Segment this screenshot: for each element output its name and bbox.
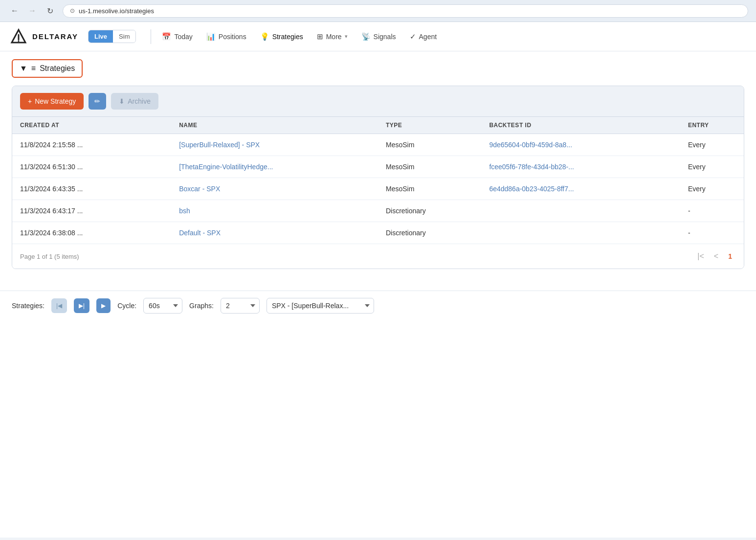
refresh-button[interactable]: ↻ — [43, 4, 57, 18]
cell-entry: - — [680, 222, 744, 244]
cell-type: MesoSim — [378, 178, 481, 200]
cycle-select[interactable]: 60s 30s 10s 5s — [143, 298, 182, 314]
signals-icon: 📡 — [361, 32, 371, 41]
top-nav: DELTARAY Live Sim 📅 Today 📊 Positions 💡 … — [0, 22, 756, 51]
col-header-type: TYPE — [378, 117, 481, 134]
cell-type: Discretionary — [378, 222, 481, 244]
today-label: Today — [174, 33, 192, 41]
cell-name[interactable]: bsh — [171, 200, 378, 222]
pagination: Page 1 of 1 (5 items) |< < 1 — [12, 244, 744, 269]
address-bar[interactable]: ⊙ us-1.mesolive.io/strategies — [63, 4, 748, 18]
agent-icon: ✓ — [410, 32, 416, 41]
cell-type: Discretionary — [378, 200, 481, 222]
cell-name[interactable]: [SuperBull-Relaxed] - SPX — [171, 134, 378, 156]
first-page-icon: |◀ — [56, 302, 62, 309]
table-container: + New Strategy ✏ ⬇ Archive CREATED AT NA… — [12, 86, 744, 269]
cell-backtest-id[interactable]: 6e4dd86a-0b23-4025-8ff7... — [481, 178, 680, 200]
cell-name[interactable]: Default - SPX — [171, 222, 378, 244]
strategies-nav-label: Strategies — [272, 33, 303, 41]
calendar-icon: 📅 — [162, 32, 171, 41]
sim-button[interactable]: Sim — [113, 30, 135, 43]
cell-created-at: 11/8/2024 2:15:58 ... — [12, 134, 171, 156]
nav-item-more[interactable]: ⊞ More ▾ — [311, 29, 354, 44]
table-row[interactable]: 11/3/2024 6:43:17 ... bsh Discretionary … — [12, 200, 744, 222]
live-button[interactable]: Live — [89, 30, 113, 43]
strategy-name-link[interactable]: [SuperBull-Relaxed] - SPX — [179, 141, 260, 149]
forward-button[interactable]: → — [25, 4, 39, 18]
table-row[interactable]: 11/3/2024 6:51:30 ... [ThetaEngine-Volat… — [12, 156, 744, 178]
nav-item-signals[interactable]: 📡 Signals — [356, 29, 402, 44]
cell-created-at: 11/3/2024 6:43:17 ... — [12, 200, 171, 222]
col-header-backtest-id: BACKTEST ID — [481, 117, 680, 134]
strategies-icon: 💡 — [260, 32, 269, 41]
strategy-name-link[interactable]: Boxcar - SPX — [179, 185, 220, 193]
toolbar: + New Strategy ✏ ⬇ Archive — [12, 86, 744, 117]
strategies-table: CREATED AT NAME TYPE BACKTEST ID ENTRY 1… — [12, 117, 744, 244]
archive-icon: ⬇ — [119, 97, 125, 105]
backtest-id-link[interactable]: fcee05f6-78fe-43d4-bb28-... — [489, 163, 574, 171]
cell-entry: Every — [680, 178, 744, 200]
table-row[interactable]: 11/3/2024 6:38:08 ... Default - SPX Disc… — [12, 222, 744, 244]
dropdown-arrow-icon: ▼ — [20, 64, 27, 73]
nav-item-strategies[interactable]: 💡 Strategies — [254, 29, 309, 44]
current-page-number: 1 — [724, 250, 736, 262]
strategy-name-link[interactable]: [ThetaEngine-VolatilityHedge... — [179, 163, 273, 171]
graphs-select[interactable]: 1 2 3 4 — [221, 298, 260, 314]
signals-label: Signals — [374, 33, 396, 41]
archive-label: Archive — [128, 97, 151, 105]
cell-backtest-id — [481, 200, 680, 222]
strategy-name-link[interactable]: bsh — [179, 207, 190, 215]
more-label: More — [326, 33, 342, 41]
cell-created-at: 11/3/2024 6:38:08 ... — [12, 222, 171, 244]
cell-created-at: 11/3/2024 6:43:35 ... — [12, 178, 171, 200]
col-header-created-at: CREATED AT — [12, 117, 171, 134]
cell-entry: - — [680, 200, 744, 222]
strategies-heading-button[interactable]: ▼ ≡ Strategies — [12, 59, 83, 78]
table-header-row: CREATED AT NAME TYPE BACKTEST ID ENTRY — [12, 117, 744, 134]
edit-pencil-icon: ✏ — [94, 97, 100, 105]
positions-icon: 📊 — [206, 32, 216, 41]
prev-page-button[interactable]: < — [710, 250, 722, 263]
svg-point-2 — [18, 40, 20, 42]
cycle-label: Cycle: — [117, 302, 136, 310]
bottom-first-page-button[interactable]: |◀ — [51, 298, 67, 313]
logo-text: DELTARAY — [32, 32, 78, 41]
cell-name[interactable]: Boxcar - SPX — [171, 178, 378, 200]
page-info: Page 1 of 1 (5 items) — [20, 253, 693, 260]
archive-button[interactable]: ⬇ Archive — [111, 93, 158, 110]
bottom-prev-step-button[interactable]: ▶| — [74, 298, 89, 313]
cell-backtest-id[interactable]: fcee05f6-78fe-43d4-bb28-... — [481, 156, 680, 178]
strategy-select[interactable]: SPX - [SuperBull-Relax... SPX - Default — [267, 298, 374, 314]
nav-item-positions[interactable]: 📊 Positions — [200, 29, 252, 44]
backtest-id-link[interactable]: 9de65604-0bf9-459d-8a8... — [489, 141, 572, 149]
main-content: + New Strategy ✏ ⬇ Archive CREATED AT NA… — [0, 86, 756, 281]
table-row[interactable]: 11/8/2024 2:15:58 ... [SuperBull-Relaxed… — [12, 134, 744, 156]
back-button[interactable]: ← — [8, 4, 22, 18]
table-row[interactable]: 11/3/2024 6:43:35 ... Boxcar - SPX MesoS… — [12, 178, 744, 200]
bottom-bar: Strategies: |◀ ▶| ▶ Cycle: 60s 30s 10s 5… — [0, 291, 756, 320]
bottom-strategies-label: Strategies: — [12, 302, 44, 310]
strategy-name-link[interactable]: Default - SPX — [179, 229, 221, 237]
cell-backtest-id[interactable]: 9de65604-0bf9-459d-8a8... — [481, 134, 680, 156]
logo-icon — [10, 28, 27, 45]
backtest-id-link[interactable]: 6e4dd86a-0b23-4025-8ff7... — [489, 185, 574, 193]
nav-item-agent[interactable]: ✓ Agent — [404, 29, 443, 44]
col-header-name: NAME — [171, 117, 378, 134]
nav-item-today[interactable]: 📅 Today — [156, 29, 198, 44]
first-page-button[interactable]: |< — [693, 250, 708, 263]
new-strategy-button[interactable]: + New Strategy — [20, 93, 84, 110]
list-icon: ≡ — [31, 64, 36, 73]
page-title: Strategies — [40, 64, 75, 73]
bottom-play-button[interactable]: ▶ — [96, 298, 111, 313]
cell-name[interactable]: [ThetaEngine-VolatilityHedge... — [171, 156, 378, 178]
edit-button[interactable]: ✏ — [89, 93, 106, 110]
more-icon: ⊞ — [317, 32, 323, 41]
page-header: ▼ ≡ Strategies — [0, 51, 756, 86]
nav-divider — [151, 29, 151, 44]
nav-items: 📅 Today 📊 Positions 💡 Strategies ⊞ More … — [156, 29, 746, 44]
logo-area: DELTARAY — [10, 28, 78, 45]
cell-backtest-id — [481, 222, 680, 244]
page-nav: |< < 1 — [693, 250, 736, 263]
play-icon: ▶ — [101, 302, 106, 309]
positions-label: Positions — [219, 33, 246, 41]
